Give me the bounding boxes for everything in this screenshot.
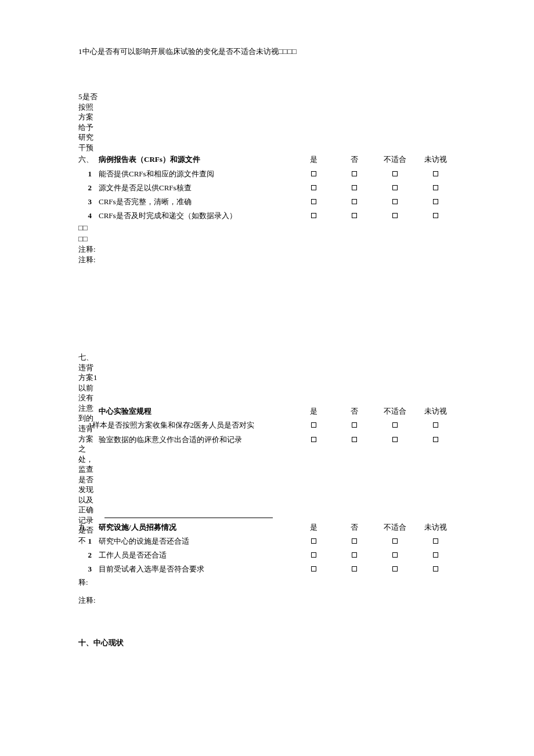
row-index: 4 xyxy=(78,209,99,223)
checkbox-nv[interactable] xyxy=(433,199,438,204)
checkbox-nv[interactable] xyxy=(433,185,438,190)
col-no: 否 xyxy=(334,520,374,534)
checkbox-nv[interactable] xyxy=(433,552,438,558)
section-8-table: 中心实验室规程 是 否 不适合 未访视 1样本是否按照方案收集和保存2医务人员是… xyxy=(78,404,456,447)
row-text: 目前受试者入选率是否符合要求 xyxy=(99,562,293,576)
checkbox-no[interactable] xyxy=(352,171,357,176)
divider-line xyxy=(104,518,273,518)
checkbox-nv[interactable] xyxy=(433,171,438,176)
checkbox-na[interactable] xyxy=(392,422,398,428)
section-6-table: 六、 病例报告表（CRFs）和源文件 是 否 不适合 未访视 1 能否提供CRF… xyxy=(78,153,456,223)
checkbox-na[interactable] xyxy=(392,566,398,571)
checkbox-no[interactable] xyxy=(352,538,357,544)
block-5-narrow: 5是否按照方案给予研究干预 xyxy=(78,92,99,153)
checkbox-no[interactable] xyxy=(352,437,357,442)
block-7-narrow: 七、违背方案1以前没有注意到的违背方案之处，监查是否发现以及正确记录是否不 xyxy=(78,352,99,545)
table-row: 验室数据的临床意义作出合适的评价和记录 xyxy=(78,433,456,447)
checkbox-yes[interactable] xyxy=(311,199,316,204)
col-na: 不适合 xyxy=(374,520,415,534)
col-yes: 是 xyxy=(293,520,334,534)
checkbox-yes[interactable] xyxy=(311,213,316,218)
row-text: CRFs是否及时完成和递交（如数据录入） xyxy=(99,209,293,223)
section-9-table: 九、 研究设施/人员招募情况 是 否 不适合 未访视 1 研究中心的设施是否还合… xyxy=(78,520,456,577)
row-index: 3 xyxy=(78,562,99,576)
row-index: 2 xyxy=(78,181,99,195)
checkbox-na[interactable] xyxy=(392,213,398,218)
checkbox-yes[interactable] xyxy=(311,552,316,558)
row-text: 能否提供CRFs和相应的源文件查阅 xyxy=(99,167,293,181)
checkbox-nv[interactable] xyxy=(433,538,438,544)
checkbox-no[interactable] xyxy=(352,552,357,558)
col-nv: 未访视 xyxy=(415,520,456,534)
table-row: 2 源文件是否足以供CRFs核查 xyxy=(78,181,456,195)
col-na: 不适合 xyxy=(374,404,415,418)
col-yes: 是 xyxy=(293,404,334,418)
checkbox-yes[interactable] xyxy=(311,538,316,544)
table-row: 2 工作人员是否还合适 xyxy=(78,548,456,562)
checkbox-yes[interactable] xyxy=(311,171,316,176)
checkbox-yes[interactable] xyxy=(311,437,316,442)
row-text: 工作人员是否还合适 xyxy=(99,548,293,562)
row-index: 3 xyxy=(78,195,99,209)
checkbox-na[interactable] xyxy=(392,538,398,544)
col-yes: 是 xyxy=(293,153,334,167)
table-row: 1 研究中心的设施是否还合适 xyxy=(78,534,456,548)
checkbox-no[interactable] xyxy=(352,199,357,204)
checkbox-nv[interactable] xyxy=(433,422,438,428)
table-row: 3 CRFs是否完整，清晰，准确 xyxy=(78,195,456,209)
table-row: 4 CRFs是否及时完成和递交（如数据录入） xyxy=(78,209,456,223)
table-row: 1样本是否按照方案收集和保存2医务人员是否对实 xyxy=(78,418,456,432)
checkbox-no[interactable] xyxy=(352,566,357,571)
row-text: 研究中心的设施是否还合适 xyxy=(99,534,293,548)
section-6-label: 六、 xyxy=(78,153,99,167)
checkbox-nv[interactable] xyxy=(433,566,438,571)
section-9-title: 研究设施/人员招募情况 xyxy=(99,520,293,534)
row-text: 验室数据的临床意义作出合适的评价和记录 xyxy=(99,433,293,447)
col-na: 不适合 xyxy=(374,153,415,167)
annotation-label: 注释: xyxy=(78,595,456,606)
section-10-heading: 十、中心现状 xyxy=(78,638,456,648)
checkbox-na[interactable] xyxy=(392,171,398,176)
section-6-tail: □□ □□ 注释: 注释: xyxy=(78,223,456,265)
row-index: 1 xyxy=(78,167,99,181)
table-row: 3 目前受试者入选率是否符合要求 xyxy=(78,562,456,576)
checkbox-na[interactable] xyxy=(392,199,398,204)
row-text: 1样本是否按照方案收集和保存2医务人员是否对实 xyxy=(88,418,283,432)
checkbox-yes[interactable] xyxy=(311,185,316,190)
checkbox-nv[interactable] xyxy=(433,437,438,442)
checkbox-no[interactable] xyxy=(352,422,357,428)
section-8-title: 中心实验室规程 xyxy=(99,404,293,418)
row-index: 2 xyxy=(78,548,99,562)
checkbox-nv[interactable] xyxy=(433,213,438,218)
checkbox-yes[interactable] xyxy=(311,566,316,571)
col-nv: 未访视 xyxy=(415,404,456,418)
section-6-title: 病例报告表（CRFs）和源文件 xyxy=(99,153,293,167)
checkbox-na[interactable] xyxy=(392,437,398,442)
table-row: 1 能否提供CRFs和相应的源文件查阅 xyxy=(78,167,456,181)
checkbox-yes[interactable] xyxy=(311,422,316,428)
col-no: 否 xyxy=(334,404,374,418)
checkbox-no[interactable] xyxy=(352,185,357,190)
checkbox-na[interactable] xyxy=(392,552,398,558)
row-text: CRFs是否完整，清晰，准确 xyxy=(99,195,293,209)
section-8-tail: 释: xyxy=(78,577,456,588)
top-question-line: 1中心是否有可以影响开展临床试验的变化是否不适合未访视□□□□ xyxy=(78,46,456,57)
col-no: 否 xyxy=(334,153,374,167)
row-text: 源文件是否足以供CRFs核查 xyxy=(99,181,293,195)
checkbox-na[interactable] xyxy=(392,185,398,190)
checkbox-no[interactable] xyxy=(352,213,357,218)
col-nv: 未访视 xyxy=(415,153,456,167)
